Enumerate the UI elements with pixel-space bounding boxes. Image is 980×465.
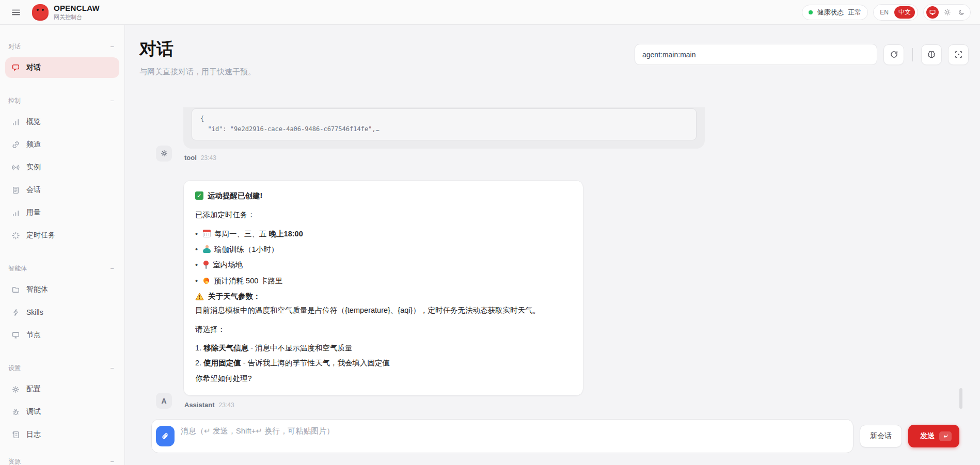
sidebar-item-label: 实例 [26,163,41,172]
theme-light-button[interactable] [941,6,953,19]
task-bullet-list: 每周一、三、五 晚上18:00 瑜伽训练（1小时） 室内场地 [195,228,572,287]
brand-title: OPENCLAW [54,4,100,13]
language-switcher: EN 中文 [873,4,918,21]
theme-system-button[interactable] [926,6,939,19]
collapse-icon[interactable]: − [109,43,115,51]
sidebar-item-overview[interactable]: 概览 [5,111,119,132]
warning-title: 关于天气参数： [208,291,261,302]
sidebar-item-label: 会话 [26,185,41,195]
message-sender: Assistant [184,401,215,409]
menu-toggle-icon[interactable] [8,5,24,20]
tool-avatar [156,146,172,162]
new-session-button[interactable]: 新会话 [860,425,902,447]
option-bold-text: 使用固定值 [203,359,241,367]
lang-zh-button[interactable]: 中文 [894,6,915,19]
sidebar-item-label: 定时任务 [26,231,55,240]
bullet-bold-text: 晚上18:00 [269,230,303,238]
list-item: 1. 移除天气信息 - 消息中不显示温度和空气质量 [195,342,572,354]
brand-subtitle: 网关控制台 [54,14,100,20]
openclaw-logo-icon [32,4,49,21]
sidebar-item-scheduled-tasks[interactable]: 定时任务 [5,225,119,246]
lightning-icon [11,308,20,317]
tool-message-card: { "id": "9e2d2916-cace-4a06-9486-c677546… [183,107,705,149]
chat-scroll-area[interactable]: { "id": "9e2d2916-cace-4a06-9486-c677546… [125,107,980,415]
bug-icon [11,408,20,416]
collapse-icon[interactable]: − [109,458,115,465]
warning-body: 目前消息模板中的温度和空气质量是占位符（{temperature}、{aqi}）… [195,304,572,316]
section-title-agents: 智能体 [8,264,27,273]
message-input-container [151,419,853,453]
list-item: 预计消耗 500 卡路里 [195,275,572,286]
divider [912,48,913,61]
collapse-icon[interactable]: − [109,97,115,105]
option-text: - 消息中不显示温度和空气质量 [248,344,352,352]
sidebar-item-instances[interactable]: 实例 [5,157,119,178]
paperclip-icon [161,432,169,440]
scrollbar-thumb[interactable] [959,388,962,409]
assistant-message-card: 运动提醒已创建! 已添加定时任务： 每周一、三、五 晚上18:00 瑜伽训练（1… [183,180,583,396]
option-text: - 告诉我上海的季节性天气，我会填入固定值 [241,359,390,367]
fire-emoji-icon [203,277,210,285]
bullet-text: 室内场地 [213,259,243,270]
sidebar-item-dialog[interactable]: 对话 [5,57,119,78]
sidebar-item-skills[interactable]: Skills [5,302,119,323]
section-title-dialog: 对话 [8,42,21,51]
folder-icon [11,285,20,294]
health-dot-icon [809,10,813,14]
document-icon [11,186,20,195]
health-value: 正常 [848,8,861,17]
tool-message: { "id": "9e2d2916-cace-4a06-9486-c677546… [156,107,980,162]
sidebar-item-label: 频道 [26,140,41,149]
sidebar-item-label: 日志 [26,430,41,439]
agent-target-input[interactable] [635,44,877,65]
brain-button[interactable] [921,44,942,65]
section-title-control: 控制 [8,97,21,105]
collapse-icon[interactable]: − [109,265,115,272]
gear-icon [11,385,20,394]
attach-button[interactable] [156,426,175,446]
yoga-emoji-icon [203,245,211,253]
health-label: 健康状态 [817,8,844,17]
theme-dark-button[interactable] [955,6,968,19]
page-title: 对话 [139,38,256,61]
sidebar-item-label: Skills [26,308,43,316]
sidebar-item-logs[interactable]: 日志 [5,424,119,445]
broadcast-icon [11,163,20,172]
list-item: 瑜伽训练（1小时） [195,244,572,255]
brain-icon [927,50,936,59]
sidebar-item-channels[interactable]: 频道 [5,134,119,155]
code-block: { "id": "9e2d2916-cace-4a06-9486-c677546… [192,108,697,140]
sidebar-item-usage[interactable]: 用量 [5,202,119,223]
assistant-message: A 运动提醒已创建! 已添加定时任务： 每周一、三、五 晚上18:00 [156,180,980,409]
bullet-text: 每周一、三、五 [214,230,269,238]
main-area: 对话 与网关直接对话，用于快速干预。 [125,25,980,465]
sidebar-item-label: 配置 [26,384,41,394]
sidebar-item-debug[interactable]: 调试 [5,402,119,422]
send-button[interactable]: 发送 [908,425,959,447]
enter-key-icon [939,431,952,441]
sidebar: 对话 − 对话 控制 − 概览 频道 [0,25,125,465]
sidebar-item-config[interactable]: 配置 [5,379,119,399]
message-sender: tool [184,154,197,162]
focus-button[interactable] [948,44,969,65]
option-list: 1. 移除天气信息 - 消息中不显示温度和空气质量 2. 使用固定值 - 告诉我… [195,342,572,369]
lang-en-button[interactable]: EN [876,9,892,16]
warning-emoji-icon [195,293,204,300]
message-time: 23:43 [201,154,216,162]
sidebar-item-agents[interactable]: 智能体 [5,279,119,300]
top-header: OPENCLAW 网关控制台 健康状态 正常 EN 中文 [0,0,980,25]
scroll-icon [11,430,20,439]
refresh-button[interactable] [883,44,904,65]
message-input[interactable] [152,420,853,453]
sidebar-item-label: 对话 [26,63,41,72]
bar-chart-icon [11,118,20,126]
sidebar-item-label: 概览 [26,117,41,126]
message-intro: 已添加定时任务： [195,209,572,220]
sidebar-item-sessions[interactable]: 会话 [5,180,119,200]
bullet-text: 瑜伽训练（1小时） [214,244,278,255]
section-title-settings: 设置 [8,364,21,373]
gear-icon [160,149,168,157]
sidebar-item-nodes[interactable]: 节点 [5,325,119,345]
collapse-icon[interactable]: − [109,364,115,372]
message-title: 运动提醒已创建! [208,190,262,201]
